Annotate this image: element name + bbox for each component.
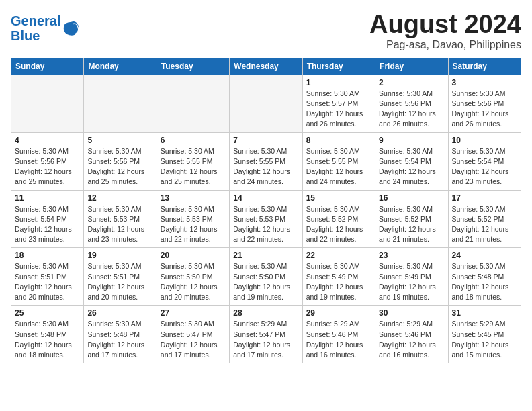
table-row: 8Sunrise: 5:30 AM Sunset: 5:55 PM Daylig…: [302, 132, 375, 190]
day-info: Sunrise: 5:30 AM Sunset: 5:56 PM Dayligh…: [452, 89, 517, 130]
day-number: 30: [379, 308, 444, 318]
table-row: 3Sunrise: 5:30 AM Sunset: 5:56 PM Daylig…: [448, 75, 521, 132]
table-row: 17Sunrise: 5:30 AM Sunset: 5:52 PM Dayli…: [448, 190, 521, 248]
day-number: 19: [87, 250, 152, 260]
table-row: 6Sunrise: 5:30 AM Sunset: 5:55 PM Daylig…: [157, 132, 229, 190]
table-row: 12Sunrise: 5:30 AM Sunset: 5:53 PM Dayli…: [84, 190, 157, 248]
day-info: Sunrise: 5:30 AM Sunset: 5:55 PM Dayligh…: [306, 146, 371, 187]
day-number: 8: [306, 136, 371, 145]
day-number: 18: [15, 250, 80, 260]
day-number: 12: [87, 193, 152, 203]
table-row: 20Sunrise: 5:30 AM Sunset: 5:50 PM Dayli…: [157, 248, 229, 306]
day-info: Sunrise: 5:30 AM Sunset: 5:53 PM Dayligh…: [87, 204, 152, 245]
day-number: 9: [379, 136, 444, 145]
day-number: 16: [379, 193, 444, 203]
location: Pag-asa, Davao, Philippines: [369, 39, 521, 51]
day-number: 7: [233, 136, 298, 145]
table-row: 10Sunrise: 5:30 AM Sunset: 5:54 PM Dayli…: [448, 132, 521, 190]
logo-blue: Blue: [11, 28, 40, 43]
day-number: 29: [306, 308, 371, 318]
table-row: 7Sunrise: 5:30 AM Sunset: 5:55 PM Daylig…: [230, 132, 302, 190]
col-wednesday: Wednesday: [230, 58, 302, 75]
calendar-week-row: 4Sunrise: 5:30 AM Sunset: 5:56 PM Daylig…: [11, 132, 521, 190]
table-row: 25Sunrise: 5:30 AM Sunset: 5:48 PM Dayli…: [11, 306, 84, 363]
day-info: Sunrise: 5:30 AM Sunset: 5:53 PM Dayligh…: [233, 204, 298, 245]
calendar-week-row: 1Sunrise: 5:30 AM Sunset: 5:57 PM Daylig…: [11, 75, 521, 132]
table-row: 26Sunrise: 5:30 AM Sunset: 5:48 PM Dayli…: [84, 306, 157, 363]
day-info: Sunrise: 5:29 AM Sunset: 5:46 PM Dayligh…: [379, 319, 444, 360]
day-info: Sunrise: 5:30 AM Sunset: 5:47 PM Dayligh…: [161, 319, 226, 360]
table-row: [84, 75, 157, 132]
calendar-table: Sunday Monday Tuesday Wednesday Thursday…: [11, 58, 521, 363]
day-number: 4: [15, 136, 80, 145]
header: General Blue August 2024 Pag-asa, Davao,…: [11, 11, 521, 51]
table-row: 18Sunrise: 5:30 AM Sunset: 5:51 PM Dayli…: [11, 248, 84, 306]
day-info: Sunrise: 5:30 AM Sunset: 5:55 PM Dayligh…: [161, 146, 226, 187]
title-block: August 2024 Pag-asa, Davao, Philippines: [369, 11, 521, 51]
day-info: Sunrise: 5:30 AM Sunset: 5:49 PM Dayligh…: [306, 261, 371, 302]
day-number: 15: [306, 193, 371, 203]
day-number: 17: [452, 193, 517, 203]
day-info: Sunrise: 5:30 AM Sunset: 5:55 PM Dayligh…: [233, 146, 298, 187]
day-info: Sunrise: 5:30 AM Sunset: 5:57 PM Dayligh…: [306, 89, 371, 130]
calendar-header-row: Sunday Monday Tuesday Wednesday Thursday…: [11, 58, 521, 75]
day-number: 21: [233, 250, 298, 260]
day-info: Sunrise: 5:30 AM Sunset: 5:48 PM Dayligh…: [452, 261, 517, 302]
table-row: 28Sunrise: 5:29 AM Sunset: 5:47 PM Dayli…: [230, 306, 302, 363]
day-number: 13: [161, 193, 226, 203]
page: General Blue August 2024 Pag-asa, Davao,…: [0, 0, 532, 374]
day-info: Sunrise: 5:30 AM Sunset: 5:50 PM Dayligh…: [233, 261, 298, 302]
col-friday: Friday: [375, 58, 448, 75]
day-number: 27: [161, 308, 226, 318]
day-number: 11: [15, 193, 80, 203]
day-number: 14: [233, 193, 298, 203]
table-row: 24Sunrise: 5:30 AM Sunset: 5:48 PM Dayli…: [448, 248, 521, 306]
calendar-week-row: 18Sunrise: 5:30 AM Sunset: 5:51 PM Dayli…: [11, 248, 521, 306]
day-number: 6: [161, 136, 226, 145]
day-info: Sunrise: 5:30 AM Sunset: 5:56 PM Dayligh…: [15, 146, 80, 187]
table-row: 5Sunrise: 5:30 AM Sunset: 5:56 PM Daylig…: [84, 132, 157, 190]
day-info: Sunrise: 5:30 AM Sunset: 5:52 PM Dayligh…: [306, 204, 371, 245]
calendar-week-row: 11Sunrise: 5:30 AM Sunset: 5:54 PM Dayli…: [11, 190, 521, 248]
logo: General Blue: [11, 13, 81, 43]
day-info: Sunrise: 5:30 AM Sunset: 5:56 PM Dayligh…: [379, 89, 444, 130]
day-number: 3: [452, 78, 517, 87]
day-info: Sunrise: 5:29 AM Sunset: 5:45 PM Dayligh…: [452, 319, 517, 360]
day-info: Sunrise: 5:30 AM Sunset: 5:52 PM Dayligh…: [452, 204, 517, 245]
day-number: 26: [87, 308, 152, 318]
table-row: 11Sunrise: 5:30 AM Sunset: 5:54 PM Dayli…: [11, 190, 84, 248]
col-thursday: Thursday: [302, 58, 375, 75]
table-row: 13Sunrise: 5:30 AM Sunset: 5:53 PM Dayli…: [157, 190, 229, 248]
day-info: Sunrise: 5:30 AM Sunset: 5:53 PM Dayligh…: [161, 204, 226, 245]
day-number: 24: [452, 250, 517, 260]
table-row: 1Sunrise: 5:30 AM Sunset: 5:57 PM Daylig…: [302, 75, 375, 132]
col-saturday: Saturday: [448, 58, 521, 75]
day-info: Sunrise: 5:30 AM Sunset: 5:51 PM Dayligh…: [87, 261, 152, 302]
col-sunday: Sunday: [11, 58, 84, 75]
col-monday: Monday: [84, 58, 157, 75]
day-number: 10: [452, 136, 517, 145]
day-number: 2: [379, 78, 444, 87]
table-row: 15Sunrise: 5:30 AM Sunset: 5:52 PM Dayli…: [302, 190, 375, 248]
table-row: 9Sunrise: 5:30 AM Sunset: 5:54 PM Daylig…: [375, 132, 448, 190]
table-row: 29Sunrise: 5:29 AM Sunset: 5:46 PM Dayli…: [302, 306, 375, 363]
col-tuesday: Tuesday: [157, 58, 229, 75]
table-row: 30Sunrise: 5:29 AM Sunset: 5:46 PM Dayli…: [375, 306, 448, 363]
table-row: [11, 75, 84, 132]
table-row: 14Sunrise: 5:30 AM Sunset: 5:53 PM Dayli…: [230, 190, 302, 248]
table-row: 4Sunrise: 5:30 AM Sunset: 5:56 PM Daylig…: [11, 132, 84, 190]
day-info: Sunrise: 5:29 AM Sunset: 5:46 PM Dayligh…: [306, 319, 371, 360]
day-number: 20: [161, 250, 226, 260]
table-row: 16Sunrise: 5:30 AM Sunset: 5:52 PM Dayli…: [375, 190, 448, 248]
day-info: Sunrise: 5:29 AM Sunset: 5:47 PM Dayligh…: [233, 319, 298, 360]
day-info: Sunrise: 5:30 AM Sunset: 5:56 PM Dayligh…: [87, 146, 152, 187]
logo-icon: [62, 19, 81, 38]
day-info: Sunrise: 5:30 AM Sunset: 5:52 PM Dayligh…: [379, 204, 444, 245]
day-number: 1: [306, 78, 371, 87]
day-number: 23: [379, 250, 444, 260]
table-row: 23Sunrise: 5:30 AM Sunset: 5:49 PM Dayli…: [375, 248, 448, 306]
calendar-week-row: 25Sunrise: 5:30 AM Sunset: 5:48 PM Dayli…: [11, 306, 521, 363]
day-number: 28: [233, 308, 298, 318]
table-row: [157, 75, 229, 132]
day-number: 5: [87, 136, 152, 145]
